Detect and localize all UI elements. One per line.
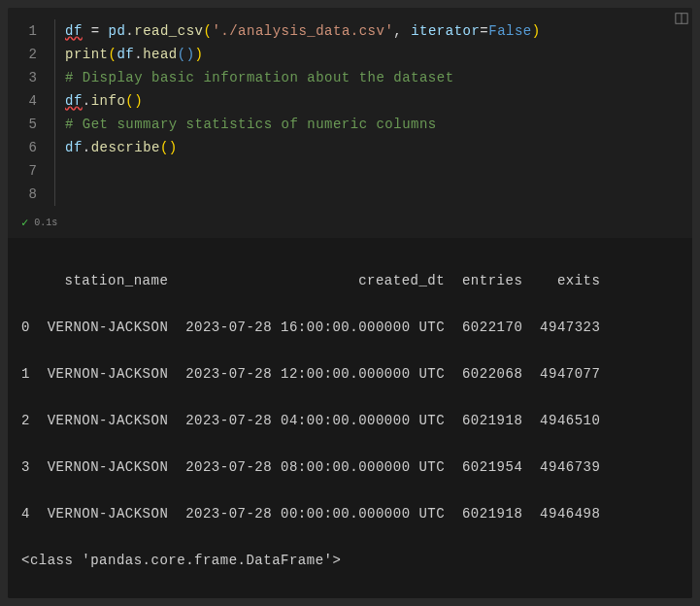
output-header-row: station_name created_dt entries exits [21, 269, 679, 292]
cell-toolbar [671, 8, 692, 29]
line-number: 5 [8, 113, 37, 136]
notebook-cell: 1 2 3 4 5 6 7 8 df = pd.read_csv('./anal… [8, 8, 692, 598]
line-number: 8 [8, 183, 37, 206]
execution-status: ✓ 0.1s [8, 214, 692, 238]
code-line-1[interactable]: df = pd.read_csv('./analysis_data.csv', … [65, 19, 692, 43]
code-line-8[interactable]: df.describe() [65, 136, 692, 159]
split-editor-icon[interactable] [673, 10, 690, 27]
output-data-row: 2 VERNON-JACKSON 2023-07-28 04:00:00.000… [21, 409, 679, 432]
output-data-row: 0 VERNON-JACKSON 2023-07-28 16:00:00.000… [21, 316, 679, 339]
line-number: 4 [8, 89, 37, 113]
line-number: 7 [8, 159, 37, 183]
code-line-7[interactable]: # Get summary statistics of numeric colu… [65, 113, 692, 136]
execution-time: 0.1s [34, 218, 57, 228]
line-number: 6 [8, 136, 37, 159]
code-line-5[interactable]: df.info() [65, 89, 692, 113]
cell-output[interactable]: station_name created_dt entries exits 0 … [8, 238, 692, 598]
code-line-2[interactable]: print(df.head()) [65, 43, 692, 66]
output-info-class: <class 'pandas.core.frame.DataFrame'> [21, 549, 679, 572]
line-number: 1 [8, 19, 37, 43]
output-info-range: RangeIndex: 100000 entries, 0 to 99999 [21, 595, 679, 598]
output-data-row: 4 VERNON-JACKSON 2023-07-28 00:00:00.000… [21, 502, 679, 525]
output-data-row: 3 VERNON-JACKSON 2023-07-28 08:00:00.000… [21, 455, 679, 479]
line-number: 2 [8, 43, 37, 66]
line-gutter: 1 2 3 4 5 6 7 8 [8, 19, 54, 206]
code-editor[interactable]: 1 2 3 4 5 6 7 8 df = pd.read_csv('./anal… [8, 8, 692, 214]
success-check-icon: ✓ [21, 216, 28, 230]
output-data-row: 1 VERNON-JACKSON 2023-07-28 12:00:00.000… [21, 362, 679, 386]
line-number: 3 [8, 66, 37, 89]
code-line-4[interactable]: # Display basic information about the da… [65, 66, 692, 89]
code-content[interactable]: df = pd.read_csv('./analysis_data.csv', … [54, 19, 692, 206]
